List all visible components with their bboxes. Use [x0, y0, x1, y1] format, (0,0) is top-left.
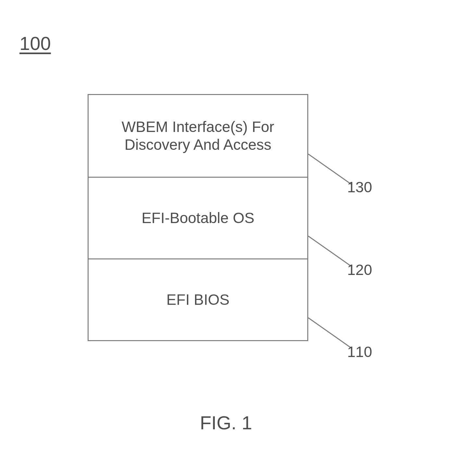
- layer-top-label: WBEM Interface(s) ForDiscovery And Acces…: [122, 118, 274, 154]
- layer-stack: WBEM Interface(s) ForDiscovery And Acces…: [88, 94, 308, 341]
- figure-number: 100: [19, 32, 51, 54]
- ref-120: 120: [347, 261, 372, 279]
- leader-line-120: [308, 236, 352, 267]
- ref-130: 130: [347, 178, 372, 196]
- leader-line-110: [308, 318, 352, 349]
- ref-110: 110: [347, 343, 372, 361]
- layer-bottom-label: EFI BIOS: [166, 291, 229, 309]
- layer-bottom: EFI BIOS: [89, 258, 307, 340]
- layer-middle: EFI-Bootable OS: [89, 177, 307, 258]
- layer-top: WBEM Interface(s) ForDiscovery And Acces…: [89, 95, 307, 177]
- figure-canvas: 100 WBEM Interface(s) ForDiscovery And A…: [0, 0, 452, 476]
- figure-caption: FIG. 1: [0, 412, 452, 434]
- leader-line-130: [308, 154, 352, 185]
- layer-middle-label: EFI-Bootable OS: [141, 209, 254, 227]
